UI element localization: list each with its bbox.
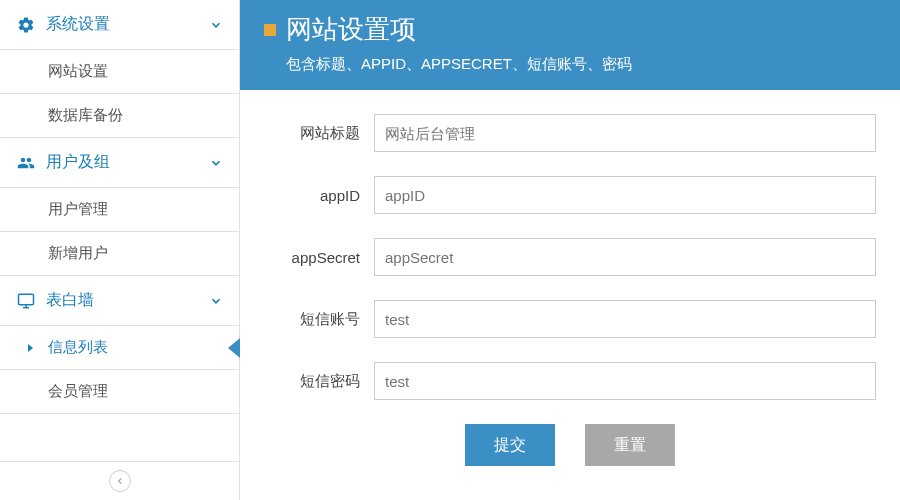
sidebar-collapse-area xyxy=(0,461,239,500)
sidebar-item-info-list[interactable]: 信息列表 xyxy=(0,325,239,369)
form-label: 短信账号 xyxy=(264,310,374,329)
sidebar-item-label: 信息列表 xyxy=(48,338,108,355)
sidebar-item-label: 新增用户 xyxy=(48,244,108,261)
sidebar-header-label: 系统设置 xyxy=(46,14,110,35)
submit-button[interactable]: 提交 xyxy=(465,424,555,466)
form-label: 网站标题 xyxy=(264,124,374,143)
form-row-title: 网站标题 xyxy=(264,114,876,152)
form-row-sms-password: 短信密码 xyxy=(264,362,876,400)
sidebar-item-user-add[interactable]: 新增用户 xyxy=(0,231,239,275)
sidebar-item-user-manage[interactable]: 用户管理 xyxy=(0,187,239,231)
form-area: 网站标题 appID appSecret 短信账号 短信密码 提交 重置 xyxy=(240,90,900,500)
sidebar-item-db-backup[interactable]: 数据库备份 xyxy=(0,93,239,137)
sms-account-input[interactable] xyxy=(374,300,876,338)
form-row-appid: appID xyxy=(264,176,876,214)
sidebar-section-wall: 表白墙 信息列表 会员管理 xyxy=(0,276,239,414)
form-label: appSecret xyxy=(264,249,374,266)
sidebar: 系统设置 网站设置 数据库备份 用户及组 xyxy=(0,0,240,500)
sidebar-item-label: 用户管理 xyxy=(48,200,108,217)
form-label: appID xyxy=(264,187,374,204)
svg-rect-0 xyxy=(19,294,34,305)
reset-button[interactable]: 重置 xyxy=(585,424,675,466)
form-buttons: 提交 重置 xyxy=(264,424,876,466)
main-area: 网站设置项 包含标题、APPID、APPSECRET、短信账号、密码 网站标题 … xyxy=(240,0,900,500)
chevron-down-icon xyxy=(209,156,223,170)
page-subtitle: 包含标题、APPID、APPSECRET、短信账号、密码 xyxy=(286,55,876,74)
sidebar-item-member-manage[interactable]: 会员管理 xyxy=(0,369,239,413)
sidebar-header-label: 用户及组 xyxy=(46,152,110,173)
sidebar-section-users: 用户及组 用户管理 新增用户 xyxy=(0,138,239,276)
site-title-input[interactable] xyxy=(374,114,876,152)
page-banner: 网站设置项 包含标题、APPID、APPSECRET、短信账号、密码 xyxy=(240,0,900,90)
sidebar-header-label: 表白墙 xyxy=(46,290,94,311)
chevron-down-icon xyxy=(209,18,223,32)
chevron-left-icon xyxy=(115,476,125,486)
users-icon xyxy=(16,153,36,173)
sidebar-header-system[interactable]: 系统设置 xyxy=(0,0,239,49)
monitor-icon xyxy=(16,291,36,311)
sidebar-header-wall[interactable]: 表白墙 xyxy=(0,276,239,325)
appsecret-input[interactable] xyxy=(374,238,876,276)
sidebar-item-label: 会员管理 xyxy=(48,382,108,399)
sms-password-input[interactable] xyxy=(374,362,876,400)
sidebar-item-label: 网站设置 xyxy=(48,62,108,79)
gear-icon xyxy=(16,15,36,35)
form-label: 短信密码 xyxy=(264,372,374,391)
chevron-down-icon xyxy=(209,294,223,308)
sidebar-header-users[interactable]: 用户及组 xyxy=(0,138,239,187)
sidebar-section-system: 系统设置 网站设置 数据库备份 xyxy=(0,0,239,138)
sidebar-item-site-settings[interactable]: 网站设置 xyxy=(0,49,239,93)
form-row-sms-account: 短信账号 xyxy=(264,300,876,338)
collapse-button[interactable] xyxy=(109,470,131,492)
form-row-appsecret: appSecret xyxy=(264,238,876,276)
page-title: 网站设置项 xyxy=(264,12,876,47)
sidebar-item-label: 数据库备份 xyxy=(48,106,123,123)
appid-input[interactable] xyxy=(374,176,876,214)
